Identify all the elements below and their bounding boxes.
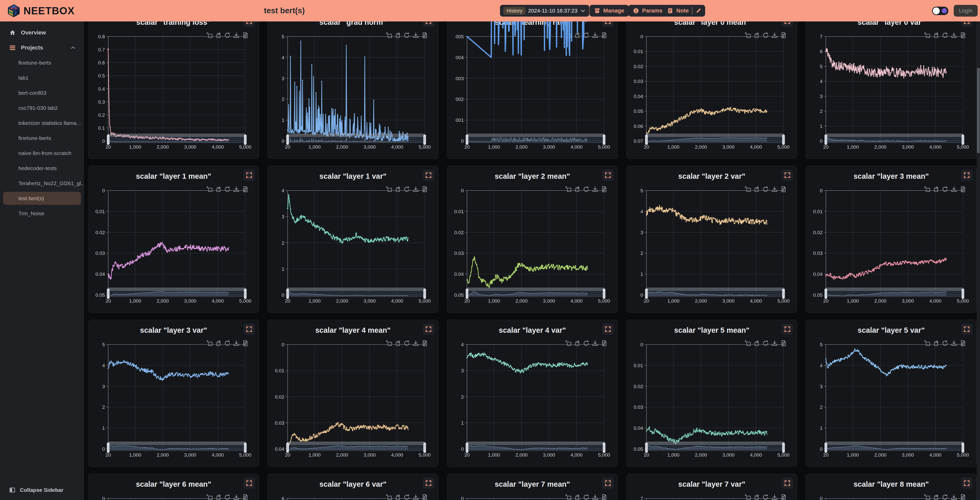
svg-text:5,000: 5,000	[777, 298, 790, 304]
edit-pencil-icon[interactable]	[695, 8, 702, 14]
svg-text:0.01: 0.01	[454, 209, 464, 214]
chart-canvas[interactable]: 00.010.020.030.040.05201,0002,0003,0004,…	[447, 474, 618, 500]
page-scrollbar[interactable]	[977, 21, 980, 500]
sidebar-item-overview[interactable]: Overview	[0, 25, 84, 40]
svg-text:3,000: 3,000	[364, 298, 376, 304]
chart-canvas[interactable]: 43210201,0002,0003,0004,0005,000	[268, 166, 439, 313]
history-select[interactable]: History 2024-11-10 16:37:23	[500, 5, 589, 17]
svg-text:3: 3	[282, 76, 284, 81]
chart-canvas[interactable]: 00.010.020.030.040.05201,0002,0003,0004,…	[447, 166, 618, 313]
svg-text:2,000: 2,000	[157, 144, 169, 150]
svg-text:2,000: 2,000	[874, 144, 886, 150]
chart-canvas[interactable]: 00.010.020.030.040.05201,0002,0003,0004,…	[627, 320, 797, 467]
svg-text:3,000: 3,000	[543, 144, 555, 150]
sidebar-project-item[interactable]: Terahertz_No22_Gl261_gl...	[0, 176, 84, 191]
collapse-sidebar-button[interactable]: Collapse Sidebar	[0, 484, 84, 497]
svg-text:1: 1	[461, 420, 464, 426]
svg-text:0.1: 0.1	[98, 125, 105, 131]
svg-text:1,000: 1,000	[129, 452, 142, 458]
chart-card: scalar "layer 5 var"	[806, 320, 977, 467]
sidebar-project-item[interactable]: csc791-030 lab2	[0, 101, 84, 115]
svg-text:0: 0	[820, 138, 822, 144]
chart-canvas[interactable]: 543210201,0002,0003,0004,0005,000	[806, 320, 977, 467]
app-header: NEETBOX test bert(s) History 2024-11-10 …	[0, 0, 980, 21]
chart-canvas[interactable]: 00.010.020.030.040.050.060.07201,0002,00…	[627, 21, 797, 159]
svg-text:5,000: 5,000	[957, 144, 969, 150]
svg-text:1: 1	[102, 425, 105, 431]
svg-text:5,000: 5,000	[777, 452, 790, 458]
svg-text:2: 2	[820, 109, 822, 114]
chart-canvas[interactable]: 0050040030020010201,0002,0003,0004,0005,…	[447, 21, 618, 159]
svg-text:5: 5	[102, 342, 105, 347]
svg-text:0.04: 0.04	[454, 272, 464, 277]
svg-text:20: 20	[823, 298, 829, 304]
svg-text:1: 1	[640, 272, 643, 277]
chart-canvas[interactable]: 543210201,0002,0003,0004,0005,000	[268, 21, 439, 159]
svg-text:6: 6	[820, 49, 822, 54]
chart-canvas[interactable]: 00.010.020.030.040.05201,0002,0003,0004,…	[806, 166, 977, 313]
svg-text:4,000: 4,000	[570, 298, 583, 304]
svg-text:1: 1	[820, 425, 822, 431]
chart-canvas[interactable]: 43210201,0002,0003,0004,0005,000	[447, 320, 618, 467]
sidebar-item-projects[interactable]: Projects	[0, 40, 84, 55]
svg-text:0: 0	[461, 496, 464, 500]
sidebar-item-label: Projects	[21, 45, 43, 51]
chart-card: scalar "layer 0 var"	[806, 21, 977, 159]
chart-canvas[interactable]: 00.010.020.030.040.05201,0002,0003,0004,…	[88, 474, 259, 500]
svg-text:0.2: 0.2	[98, 112, 105, 118]
svg-text:0.04: 0.04	[95, 272, 105, 277]
svg-text:4,000: 4,000	[212, 298, 224, 304]
svg-text:3: 3	[820, 94, 822, 99]
login-button[interactable]: Login	[954, 5, 978, 17]
neetbox-logo-icon	[8, 4, 20, 18]
svg-text:0.01: 0.01	[634, 49, 643, 54]
chart-card: scalar "layer 3 var"	[88, 320, 259, 467]
svg-text:0.02: 0.02	[634, 384, 643, 389]
chart-canvas[interactable]: 543210201,0002,0003,0004,0005,000	[88, 320, 259, 467]
svg-text:4: 4	[102, 363, 105, 368]
svg-text:4,000: 4,000	[212, 144, 224, 150]
chart-canvas[interactable]: 543210201,0002,0003,0004,0005,000	[627, 166, 797, 313]
svg-text:0.01: 0.01	[275, 368, 284, 373]
sidebar-project-item[interactable]: test bert(s)	[3, 192, 81, 205]
chart-canvas[interactable]: 0.80.70.60.50.40.30.20.10201,0002,0003,0…	[88, 21, 259, 159]
scrollbar-thumb[interactable]	[977, 68, 980, 153]
manage-button[interactable]: Manage	[590, 5, 629, 17]
svg-text:004: 004	[455, 55, 464, 60]
note-button[interactable]: Note	[667, 7, 689, 14]
chart-card: scalar "layer 2 mean"	[447, 166, 618, 313]
svg-text:0.04: 0.04	[634, 94, 643, 99]
chart-canvas[interactable]: 00.010.020.030.04201,0002,0003,0004,0005…	[268, 320, 439, 467]
sidebar-project-item[interactable]: finetune-berts	[0, 131, 84, 145]
svg-text:20: 20	[464, 452, 469, 458]
chart-grid: scalar "training loss"	[84, 21, 980, 500]
svg-text:3,000: 3,000	[902, 144, 914, 150]
svg-text:1,000: 1,000	[129, 144, 142, 150]
chart-canvas[interactable]: 76543210201,0002,0003,0004,0005,000	[627, 474, 797, 500]
chart-canvas[interactable]: 76543210201,0002,0003,0004,0005,000	[806, 21, 977, 159]
chart-canvas[interactable]: 6543210201,0002,0003,0004,0005,000	[268, 474, 439, 500]
sidebar-project-item[interactable]: tokenizer statistics llama...	[0, 115, 84, 131]
svg-text:3,000: 3,000	[722, 144, 735, 150]
sidebar-project-item[interactable]: lab1	[0, 70, 84, 85]
svg-text:0.3: 0.3	[98, 99, 105, 105]
sidebar-project-item[interactable]: naive-llm-from-scratch	[0, 145, 84, 161]
sidebar-project-item[interactable]: Trm_Noise	[0, 206, 84, 221]
theme-toggle[interactable]	[932, 6, 948, 15]
svg-text:3,000: 3,000	[364, 144, 376, 150]
svg-text:1,000: 1,000	[309, 452, 321, 458]
chart-canvas[interactable]: 00.010.020.030.040.05201,0002,0003,0004,…	[88, 166, 259, 313]
sidebar-project-item[interactable]: bert-conll03	[0, 85, 84, 101]
svg-text:1,000: 1,000	[129, 298, 142, 304]
chart-canvas[interactable]: 00.010.020.030.040.05201,0002,0003,0004,…	[806, 474, 977, 500]
sidebar-project-item[interactable]: hedecoder-tests	[0, 161, 84, 176]
note-group: Note	[663, 5, 705, 17]
chart-card: scalar "layer 6 var"	[267, 474, 438, 500]
params-button[interactable]: Params	[628, 5, 667, 17]
svg-text:5,000: 5,000	[598, 298, 610, 304]
svg-text:0: 0	[820, 188, 822, 193]
svg-text:2,000: 2,000	[874, 298, 886, 304]
sidebar-project-item[interactable]: finetune-berts	[0, 55, 84, 70]
logo[interactable]: NEETBOX	[8, 0, 75, 21]
svg-text:5: 5	[640, 188, 643, 193]
